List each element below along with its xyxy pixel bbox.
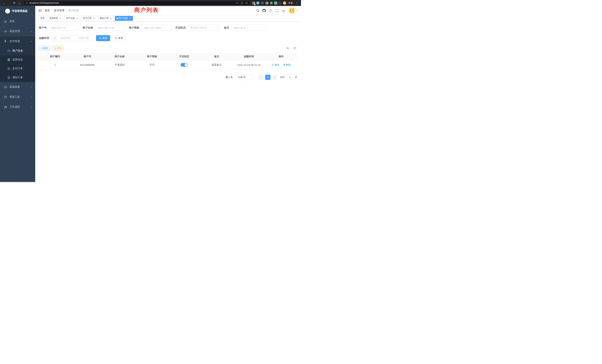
search-button[interactable]: 搜索: [96, 35, 110, 41]
app-title: 芋道管理系统: [12, 10, 27, 13]
browser-reload-icon[interactable]: ↻: [12, 1, 17, 5]
short-name-label: 商户简称: [129, 26, 139, 30]
tab-user-group[interactable]: 用户分组 ×: [64, 16, 80, 21]
prev-page-button[interactable]: ‹: [258, 75, 264, 80]
sidebar-item-home[interactable]: 首页: [0, 16, 35, 26]
browser-chrome: ← → ↻ ⌂ localhost:1024/pay/merchant: [0, 0, 301, 6]
chevron-down-icon: [30, 106, 32, 108]
close-icon[interactable]: ×: [109, 17, 112, 20]
close-icon[interactable]: ×: [129, 17, 131, 20]
toolbox-icon: [4, 96, 7, 98]
tab-process-form[interactable]: 流程表单 ×: [47, 16, 63, 21]
tab-refund-order[interactable]: 退款订单 ×: [98, 16, 114, 21]
status-select[interactable]: 请选择开启状态: [188, 25, 220, 31]
page-size-select[interactable]: 10条/页: [236, 75, 255, 80]
sidebar-subitem-label: 支付订单: [12, 67, 32, 70]
sidebar-item-infrastructure[interactable]: 基础设施: [0, 82, 35, 92]
sidebar-item-system[interactable]: 系统管理: [0, 26, 35, 36]
main-area: 首页 / 支付管理 / 商户信息 ? T: [35, 6, 301, 182]
extension-icon-dark[interactable]: [261, 1, 264, 5]
pagination-total: 共1条: [226, 76, 233, 79]
browser-forward-icon[interactable]: →: [7, 1, 11, 5]
help-icon[interactable]: ?: [269, 9, 272, 12]
tab-merchant-info[interactable]: 商户信息 ×: [115, 16, 133, 21]
omnibox-actions: [236, 2, 248, 4]
font-size-icon[interactable]: TT: [282, 9, 285, 12]
status-toggle[interactable]: [181, 63, 188, 67]
browser-back-icon[interactable]: ←: [1, 1, 6, 5]
chevron-up-icon: [30, 40, 32, 43]
app-logo[interactable]: 芋道管理系统: [0, 6, 35, 16]
remark-input[interactable]: [231, 25, 266, 31]
full-name-input[interactable]: [95, 25, 125, 31]
active-tab-dot: [117, 18, 118, 19]
chevron-down-icon: [30, 30, 32, 32]
next-page-button[interactable]: ›: [272, 75, 277, 80]
browser-home-icon[interactable]: ⌂: [17, 1, 22, 5]
right-toolbar: [285, 46, 297, 51]
sidebar-item-workflow[interactable]: 工作流程: [0, 102, 35, 112]
edit-button[interactable]: 修改: [271, 63, 279, 66]
export-button[interactable]: 导出: [52, 46, 64, 51]
extension-icon-pinwheel[interactable]: [279, 1, 282, 5]
sidebar-subitem-label: 商户信息: [12, 49, 32, 53]
tab-pay-order[interactable]: 支付订单 ×: [81, 16, 97, 21]
merchant-no-input[interactable]: [49, 25, 79, 31]
cell-merchant-no: M233666999: [71, 60, 103, 70]
bookmark-star-icon[interactable]: [245, 2, 248, 4]
chevron-down-icon: [216, 27, 218, 29]
extension-icon-vue-devtools[interactable]: [270, 1, 273, 5]
page-jumper: 前往 页: [280, 75, 297, 80]
sidebar-subitem-merchant-info[interactable]: 商户信息: [0, 46, 35, 55]
short-name-input[interactable]: [142, 25, 171, 31]
extension-icon-table[interactable]: [274, 1, 277, 5]
sidebar-group-payment: ¥ 支付管理 商户信息: [0, 36, 35, 82]
browser-menu-icon[interactable]: ⋮: [295, 1, 299, 4]
close-icon[interactable]: ×: [59, 17, 62, 20]
cell-remark: 我是备注: [200, 60, 233, 70]
breadcrumb-payment[interactable]: 支付管理: [54, 9, 64, 12]
tab-label: 用户分组: [66, 17, 75, 20]
url-bar[interactable]: localhost:1024/pay/merchant: [24, 1, 250, 5]
chevron-down-icon: [30, 86, 32, 88]
goto-page-input[interactable]: [286, 75, 294, 80]
reset-button[interactable]: 重置: [112, 35, 126, 41]
search-icon[interactable]: [256, 9, 259, 12]
fullscreen-icon[interactable]: [275, 9, 279, 12]
close-icon[interactable]: ×: [76, 17, 78, 20]
tab-label: 首页: [40, 17, 45, 20]
extension-icon-google[interactable]: [265, 1, 268, 5]
cell-short-name: 芋艿: [136, 60, 168, 70]
sidebar-subitem-refund-order[interactable]: 退款订单: [0, 73, 35, 82]
hamburger-fold-icon[interactable]: [38, 9, 42, 12]
breadcrumb-home[interactable]: 首页: [45, 9, 50, 12]
close-icon[interactable]: ×: [93, 17, 95, 20]
sidebar-subitem-pay-order[interactable]: 支付订单: [0, 64, 35, 73]
navbar-actions: ? TT ▾: [256, 8, 297, 13]
browser-update-button[interactable]: 更新: [288, 1, 293, 5]
sidebar-subitem-app-info[interactable]: 应用信息: [0, 55, 35, 64]
filter-status: 开启状态 请选择开启状态: [175, 25, 220, 31]
date-range-separator: -: [73, 37, 76, 40]
avatar-caret-down-icon[interactable]: ▾: [296, 10, 297, 12]
create-time-range-picker[interactable]: 开始日期 - 结束日期: [52, 35, 94, 41]
password-key-icon[interactable]: [236, 2, 239, 4]
refresh-button[interactable]: [292, 46, 297, 51]
page-1-button[interactable]: 1: [265, 75, 270, 80]
sidebar: 芋道管理系统 首页 系统管理 ¥ 支付管理: [0, 6, 35, 182]
tab-home[interactable]: 首页: [39, 16, 46, 21]
sidebar-item-dev-tools[interactable]: 研发工具: [0, 92, 35, 102]
github-icon[interactable]: [262, 9, 266, 12]
toggle-search-button[interactable]: [285, 46, 290, 51]
add-button[interactable]: + 新增: [39, 46, 50, 51]
share-icon[interactable]: [241, 2, 243, 4]
extension-icon-blue-drop[interactable]: [256, 1, 259, 5]
table-row[interactable]: 1 M233666999 芋道源码 芋艿 我是备注 2021-10-23 08:…: [39, 60, 297, 70]
browser-profile-avatar[interactable]: [283, 1, 286, 5]
screen: ← → ↻ ⌂ localhost:1024/pay/merchant: [0, 0, 301, 182]
site-info-icon[interactable]: [26, 2, 28, 4]
user-avatar[interactable]: [289, 8, 294, 13]
delete-button[interactable]: 删除: [283, 63, 291, 66]
sidebar-item-payment[interactable]: ¥ 支付管理: [0, 36, 35, 46]
extension-icon-colorful[interactable]: 10: [252, 1, 255, 5]
